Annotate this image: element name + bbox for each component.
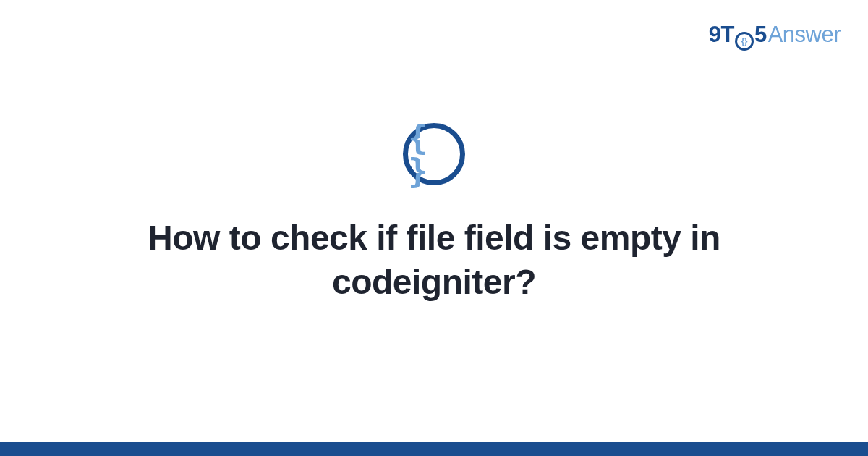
code-braces-icon: { } — [408, 121, 460, 187]
question-title: How to check if file field is empty in c… — [80, 216, 788, 305]
content-area: { } How to check if file field is empty … — [0, 0, 868, 456]
footer-accent-bar — [0, 442, 868, 456]
topic-icon-circle: { } — [403, 123, 465, 185]
